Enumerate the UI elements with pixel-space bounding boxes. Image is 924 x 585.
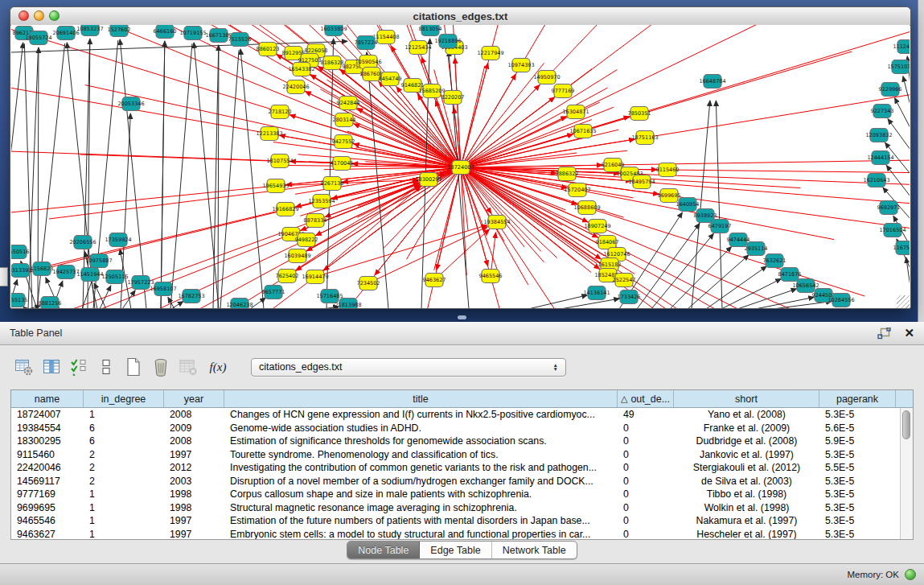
table-row[interactable]: 946362711997Embryonic stem cells: a mode… — [11, 528, 913, 541]
graph-node-label: 22420046 — [282, 84, 309, 90]
citation-edge — [315, 225, 487, 277]
table-cell: 1 — [84, 528, 164, 541]
graph-node-label: 16543382 — [288, 66, 314, 72]
table-panel-header: Table Panel ✕ — [0, 322, 924, 345]
table-cell: 0 — [618, 488, 674, 501]
memory-status-indicator[interactable] — [905, 569, 916, 580]
graph-node-label: 7234502 — [357, 280, 380, 286]
table-cell: 1998 — [164, 488, 224, 501]
column-header-title[interactable]: title — [224, 390, 618, 407]
graph-node-label: 16914479 — [302, 274, 328, 280]
table-select-dropdown[interactable]: citations_edges.txt ▲▼ — [251, 358, 566, 377]
delete-table-button[interactable] — [177, 356, 199, 378]
graph-node-label: 16033809 — [320, 26, 347, 32]
column-header-year[interactable]: year — [164, 390, 224, 407]
citation-edge — [461, 84, 540, 167]
citation-edge — [461, 117, 566, 167]
delete-rows-button[interactable] — [150, 356, 172, 378]
graph-node-label: 9242844 — [337, 100, 360, 106]
network-canvas[interactable]: 1872400718300295193845548860123891295582… — [11, 25, 910, 308]
citation-edge — [367, 52, 388, 308]
citation-edge — [23, 307, 26, 308]
table-cell: 2009 — [164, 422, 224, 435]
table-cell: 9699695 — [11, 501, 84, 515]
minimize-window-button[interactable] — [34, 10, 44, 21]
graph-node-label: 18495794 — [628, 179, 655, 185]
table-row[interactable]: 969969511998Structural magnetic resonanc… — [11, 501, 913, 515]
tab-network-table[interactable]: Network Table — [492, 542, 577, 558]
graph-node-label: 10853237 — [76, 26, 103, 32]
rows-icon — [97, 358, 115, 376]
memory-status-label: Memory: OK — [847, 570, 899, 579]
table-column-icon — [42, 357, 61, 377]
new-document-icon — [124, 357, 143, 377]
new-table-button[interactable] — [122, 356, 145, 378]
function-builder-button[interactable]: f(x) — [204, 356, 232, 378]
citation-edge — [326, 39, 334, 308]
row-height-button[interactable] — [95, 356, 117, 378]
select-column-button[interactable] — [40, 356, 63, 378]
table-scrollbar[interactable] — [900, 408, 913, 539]
graph-node-label: 20206556 — [69, 239, 96, 245]
table-cell: Estimation of the future numbers of pati… — [224, 514, 618, 528]
column-visibility-button[interactable] — [68, 356, 90, 378]
table-row[interactable]: 1872400712008Changes of HCN gene express… — [11, 408, 913, 422]
window-resize-grip[interactable] — [897, 295, 910, 308]
zoom-window-button[interactable] — [49, 10, 60, 21]
column-header-out_de[interactable]: △out_de... — [618, 390, 674, 407]
table-cell: 5.6E-5 — [819, 422, 896, 435]
graph-node-label: 9055135 — [11, 297, 27, 303]
graph-node-label: 7515526 — [228, 36, 252, 43]
graph-node-label: 12046238 — [226, 302, 253, 308]
table-cell: Franke et al. (2009) — [674, 422, 819, 435]
graph-node-label: 8267130 — [321, 180, 344, 187]
citation-edge — [737, 289, 797, 308]
table-body: 1872400712008Changes of HCN gene express… — [11, 408, 913, 540]
close-panel-icon[interactable]: ✕ — [904, 326, 914, 340]
graph-node-label: 17016504 — [879, 227, 906, 233]
node-table: namein_degreeyeartitle△out_de...shortpag… — [10, 389, 914, 540]
float-panel-icon[interactable] — [877, 328, 891, 340]
graph-node-label: 16210643 — [863, 177, 889, 183]
table-cell: Disruption of a novel member of a sodium… — [224, 475, 618, 488]
split-pane-handle[interactable] — [458, 315, 466, 319]
table-row[interactable]: 946554611997Estimation of the future num… — [11, 514, 913, 528]
table-cell: Stergiakouli et al. (2012) — [674, 461, 819, 475]
tab-node-table[interactable]: Node Table — [347, 542, 420, 558]
citation-edge — [461, 64, 488, 167]
column-header-in_degree[interactable]: in_degree — [84, 390, 164, 407]
citation-network-graph[interactable]: 1872400718300295193845548860123891295582… — [11, 25, 910, 308]
table-cell: 2 — [84, 448, 164, 462]
graph-node-label: 19384554 — [483, 219, 510, 225]
table-cell: 1 — [84, 501, 164, 515]
graph-node-label: 17359924 — [105, 237, 131, 243]
network-view-window: citations_edges.txt 18724007183002951938… — [10, 6, 911, 309]
table-cell: 5.3E-5 — [819, 488, 896, 501]
graph-node-label: 2935114 — [745, 245, 768, 252]
graph-node-label: 19654933 — [262, 183, 289, 189]
citation-edge — [449, 51, 469, 308]
column-header-pagerank[interactable]: pagerank — [819, 390, 896, 407]
table-cell: 0 — [618, 501, 674, 515]
graph-node-label: 2718120 — [269, 109, 292, 115]
table-row[interactable]: 977716911998Corpus callosum shape and si… — [11, 488, 913, 501]
tab-edge-table[interactable]: Edge Table — [420, 542, 491, 558]
graph-node-label: 12217949 — [477, 50, 503, 56]
graph-node-label: 6216049 — [602, 162, 625, 168]
column-header-short[interactable]: short — [674, 390, 819, 407]
table-cell: 2008 — [164, 435, 224, 448]
graph-node-label: 9463627 — [423, 277, 446, 283]
table-cell: 1 — [84, 408, 164, 422]
table-row[interactable]: 1456911722003Disruption of a novel membe… — [11, 475, 913, 488]
table-row[interactable]: 1938455462009Genome-wide association stu… — [11, 422, 913, 435]
table-scrollbar-thumb[interactable] — [902, 410, 910, 439]
table-row[interactable]: 1830029562008Estimation of significance … — [11, 435, 913, 448]
table-row[interactable]: 911546021997Tourette syndrome. Phenomeno… — [11, 448, 913, 462]
column-header-name[interactable]: name — [11, 390, 84, 407]
table-row[interactable]: 2242004622012Investigating the contribut… — [11, 461, 913, 475]
close-window-button[interactable] — [18, 10, 29, 21]
graph-node-label: 21813988 — [335, 302, 361, 308]
table-cell: 49 — [618, 408, 674, 422]
network-window-titlebar[interactable]: citations_edges.txt — [10, 7, 910, 26]
table-settings-button[interactable] — [13, 356, 35, 378]
